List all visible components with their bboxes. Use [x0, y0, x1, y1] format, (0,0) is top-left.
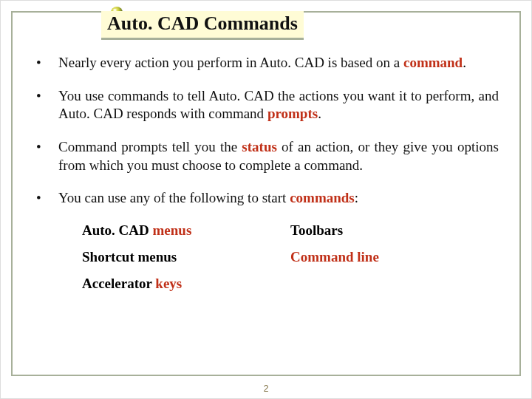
sub-item: Auto. CAD menus — [82, 222, 290, 239]
bullet-item: • You can use any of the following to st… — [33, 189, 499, 208]
page-number: 2 — [1, 383, 531, 394]
slide-frame: Auto. CAD Commands • Nearly every action… — [11, 11, 521, 376]
text-emphasis: command — [403, 55, 463, 70]
sub-item — [290, 276, 499, 292]
text-run: You can use any of the following to star… — [58, 190, 290, 205]
bullet-text: Nearly every action you perform in Auto.… — [58, 54, 499, 72]
text-emphasis: status — [242, 139, 277, 154]
text-emphasis: prompts — [267, 106, 318, 121]
sub-item: Shortcut menus — [82, 249, 290, 265]
text-emphasis: keys — [155, 276, 182, 291]
text-emphasis: commands — [290, 190, 355, 205]
sub-row: Accelerator keys — [82, 276, 499, 292]
slide-title: Auto. CAD Commands — [101, 11, 304, 40]
text-run: Shortcut menus — [82, 249, 177, 265]
text-run: Command prompts tell you the — [58, 139, 242, 154]
bullet-text: You use commands to tell Auto. CAD the a… — [58, 87, 499, 123]
bullet-marker: • — [33, 138, 58, 157]
text-run: Auto. CAD — [82, 222, 153, 238]
sub-item: Accelerator keys — [82, 276, 290, 292]
bullet-item: • Nearly every action you perform in Aut… — [33, 54, 499, 72]
bullet-text: You can use any of the following to star… — [58, 189, 499, 208]
title-wrap: Auto. CAD Commands — [101, 11, 357, 40]
text-run: . — [463, 55, 466, 70]
sub-item: Toolbars — [290, 222, 499, 239]
bullet-marker: • — [33, 189, 58, 208]
sub-row: Shortcut menus Command line — [82, 249, 499, 265]
text-emphasis: Command line — [290, 249, 379, 265]
bullet-marker: • — [33, 54, 58, 72]
content-area: • Nearly every action you perform in Aut… — [33, 54, 499, 367]
text-run: : — [355, 190, 358, 205]
text-run: Nearly every action you perform in Auto.… — [58, 55, 403, 70]
sub-row: Auto. CAD menus Toolbars — [82, 222, 499, 239]
sub-list: Auto. CAD menus Toolbars Shortcut menus … — [82, 222, 499, 292]
text-run: . — [318, 106, 321, 121]
slide: Auto. CAD Commands • Nearly every action… — [0, 0, 532, 399]
bullet-item: • You use commands to tell Auto. CAD the… — [33, 87, 499, 123]
sub-item: Command line — [290, 249, 499, 265]
text-run: Toolbars — [290, 222, 343, 238]
text-emphasis: menus — [153, 222, 192, 238]
text-run: Accelerator — [82, 276, 155, 291]
bullet-text: Command prompts tell you the status of a… — [58, 138, 499, 174]
bullet-marker: • — [33, 87, 58, 106]
bullet-item: • Command prompts tell you the status of… — [33, 138, 499, 174]
